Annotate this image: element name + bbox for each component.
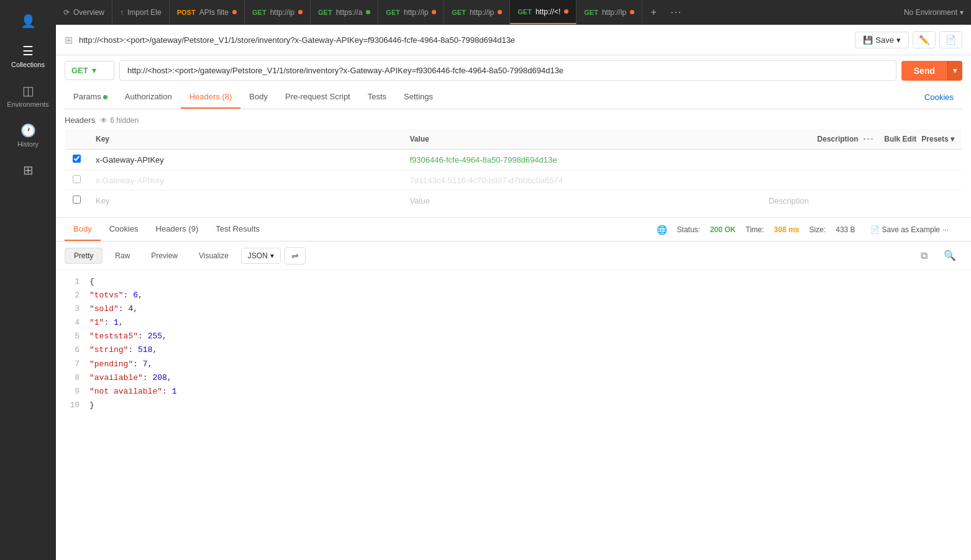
method-dropdown-icon: ▾ <box>92 66 96 75</box>
row3-description[interactable]: Description <box>761 191 962 211</box>
tab-get5-label: http://<! <box>536 7 560 16</box>
tab-overview[interactable]: ⟳ Overview <box>56 0 112 24</box>
json-type-selector[interactable]: JSON ▾ <box>241 248 281 264</box>
bulk-edit-button[interactable]: Bulk Edit <box>884 135 916 143</box>
tab-authorization[interactable]: Authorization <box>116 86 181 109</box>
row3-value[interactable]: Value <box>402 191 761 211</box>
url-input[interactable] <box>119 60 896 81</box>
status-label: Status: <box>677 225 700 234</box>
tab-get2[interactable]: GET https://a <box>311 0 378 24</box>
tab-get1-method: GET <box>252 9 267 16</box>
tab-get3[interactable]: GET http://ip <box>378 0 444 24</box>
tab-settings[interactable]: Settings <box>395 86 442 109</box>
sidebar-item-history[interactable]: 🕐 History <box>0 115 56 155</box>
row2-checkbox[interactable] <box>73 175 81 183</box>
request-area: GET ▾ Send ▾ Params Authorization Header… <box>56 55 971 109</box>
resp-tab-cookies[interactable]: Cookies <box>101 218 147 241</box>
globe-icon: 🌐 <box>657 225 667 235</box>
headers-section: Headers 👁 6 hidden Key Value Description… <box>56 109 971 211</box>
url-bar: ⊞ http://<host>:<port>/gateway/Petstore_… <box>56 25 971 55</box>
collections-icon: ☰ <box>22 43 34 58</box>
tab-get1[interactable]: GET http://ip <box>245 0 311 24</box>
row1-checkbox[interactable] <box>73 155 81 163</box>
method-select[interactable]: GET ▾ <box>65 61 114 80</box>
more-tabs-button[interactable]: ··· <box>665 0 687 24</box>
code-line-4: 4 "1": 1, <box>65 316 962 330</box>
tab-get4-dot <box>498 10 502 14</box>
tab-get1-dot <box>298 10 303 14</box>
tab-post1[interactable]: POST APIs filte <box>170 0 245 24</box>
row2-checkbox-cell[interactable] <box>65 170 89 191</box>
tab-params[interactable]: Params <box>65 86 116 109</box>
main-content: ⟳ Overview ↑ Import Ele POST APIs filte … <box>56 0 971 560</box>
row3-checkbox[interactable] <box>73 196 81 204</box>
row1-checkbox-cell[interactable] <box>65 150 89 170</box>
add-tab-button[interactable]: + <box>642 0 665 24</box>
send-button[interactable]: Send <box>901 61 947 81</box>
desc-label: Description <box>818 135 859 143</box>
sidebar-item-environments[interactable]: ◫ Environments <box>0 76 56 115</box>
tab-get2-dot <box>366 10 370 14</box>
tab-body[interactable]: Body <box>240 86 276 109</box>
tab-tests[interactable]: Tests <box>359 86 395 109</box>
row2-value[interactable]: 7d1143c4-5116-4c70-b937-d7bbbc0a6574 <box>402 170 761 191</box>
send-group: Send ▾ <box>901 61 962 81</box>
row1-value[interactable]: f9306446-fcfe-4964-8a50-7998d694d13e <box>402 150 761 170</box>
sidebar-item-user[interactable]: 👤 <box>0 6 56 36</box>
tab-get2-method: GET <box>318 9 332 16</box>
row1-key[interactable]: x-Gateway-APIKey <box>88 150 402 170</box>
copy-response-button[interactable]: ⧉ <box>914 247 934 264</box>
resp-tab-headers[interactable]: Headers (9) <box>147 218 207 241</box>
tab-get6[interactable]: GET http://ip <box>577 0 642 24</box>
send-dropdown-button[interactable]: ▾ <box>947 61 962 81</box>
sidebar-item-mocks[interactable]: ⊞ <box>0 155 56 185</box>
cookies-link[interactable]: Cookies <box>916 86 962 108</box>
env-selector-label: No Environment <box>904 8 957 17</box>
sidebar-item-collections[interactable]: ☰ Collections <box>0 36 56 76</box>
headers-title-row: Headers 👁 6 hidden <box>65 109 962 129</box>
environment-selector[interactable]: No Environment ▾ <box>896 8 971 17</box>
tab-get5-dot <box>564 9 568 14</box>
format-preview-button[interactable]: Preview <box>142 248 186 263</box>
table-more-button[interactable]: ··· <box>864 134 875 144</box>
row3-checkbox-cell[interactable] <box>65 191 89 211</box>
tab-import[interactable]: ↑ Import Ele <box>112 0 170 24</box>
tab-get4[interactable]: GET http://ip <box>444 0 510 24</box>
save-button[interactable]: 💾 Save ▾ <box>855 32 909 48</box>
tab-get5-active[interactable]: GET http://<! <box>510 0 577 24</box>
tab-pre-request[interactable]: Pre-request Script <box>276 86 359 109</box>
edit-button[interactable]: ✏️ <box>913 31 936 48</box>
presets-button[interactable]: Presets ▾ <box>921 135 954 143</box>
tab-get3-method: GET <box>386 9 400 16</box>
row1-description[interactable] <box>761 150 962 170</box>
row2-key[interactable]: x-Gateway-APIKey <box>88 170 402 191</box>
format-pretty-button[interactable]: Pretty <box>65 248 103 264</box>
format-visualize-button[interactable]: Visualize <box>190 248 237 263</box>
headers-table: Key Value Description ··· Bulk Edit Pres… <box>65 129 962 211</box>
search-response-button[interactable]: 🔍 <box>937 246 962 264</box>
save-icon: 💾 <box>863 35 873 45</box>
import-icon: ↑ <box>120 8 124 17</box>
code-line-5: 5 "teststa5": 255, <box>65 330 962 343</box>
tab-get5-method: GET <box>517 8 532 16</box>
copy-button[interactable]: 📄 <box>939 31 962 48</box>
format-bar: Pretty Raw Preview Visualize JSON ▾ ⇌ ⧉ … <box>56 242 971 270</box>
tab-headers[interactable]: Headers (8) <box>181 86 241 109</box>
response-area: Body Cookies Headers (9) Test Results 🌐 … <box>56 217 971 560</box>
th-key: Key <box>88 129 402 150</box>
hidden-badge: 👁 6 hidden <box>100 116 139 125</box>
code-line-8: 8 "available": 208, <box>65 371 962 385</box>
resp-tab-test-results[interactable]: Test Results <box>207 218 268 241</box>
format-raw-button[interactable]: Raw <box>106 248 139 263</box>
row3-key[interactable]: Key <box>88 191 402 211</box>
wrap-button[interactable]: ⇌ <box>285 247 306 264</box>
url-bar-icon: ⊞ <box>65 34 73 46</box>
table-row: Key Value Description <box>65 191 962 211</box>
save-example-button[interactable]: 📄 Save as Example ··· <box>865 223 954 237</box>
resp-tab-body[interactable]: Body <box>65 218 101 241</box>
status-value: 200 OK <box>710 225 736 234</box>
code-line-7: 7 "pending": 7, <box>65 358 962 371</box>
tab-get4-method: GET <box>452 9 466 16</box>
environments-icon: ◫ <box>22 83 34 98</box>
row2-description[interactable] <box>761 170 962 191</box>
